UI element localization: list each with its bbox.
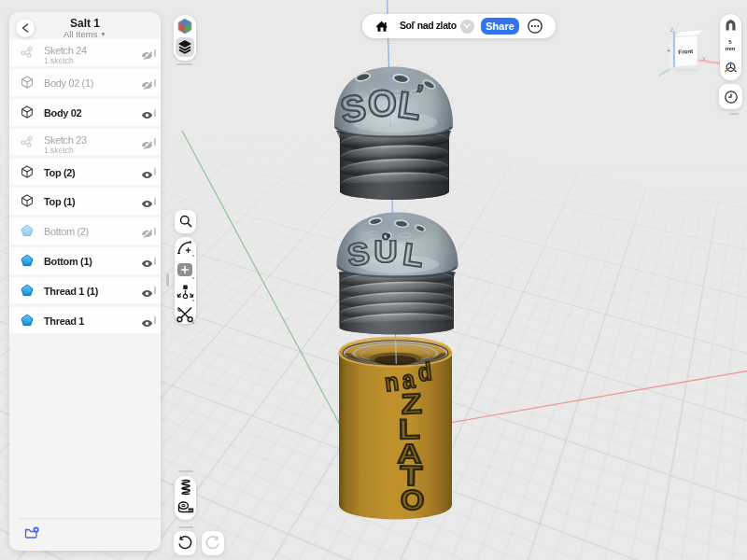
svg-text:X: X — [702, 56, 706, 62]
svg-text:Front: Front — [678, 48, 693, 55]
svg-text:Z: Z — [670, 27, 674, 33]
svg-text:O: O — [400, 483, 425, 516]
svg-text:O: O — [368, 82, 398, 123]
